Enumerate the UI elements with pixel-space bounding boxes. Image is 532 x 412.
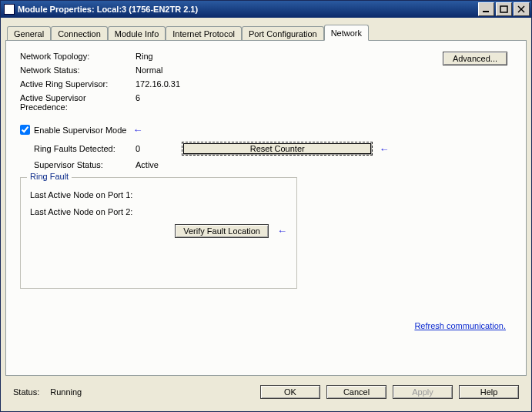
tab-strip: General Connection Module Info Internet … [7, 24, 527, 40]
label-last-node-port1: Last Active Node on Port 1: [30, 190, 287, 199]
reset-counter-button[interactable]: Reset Counter [182, 142, 373, 156]
label-supervisor-status: Supervisor Status: [34, 160, 136, 169]
window-title: Module Properties: Local:3 (1756-EN2TR 2… [18, 5, 477, 14]
label-active-supervisor-precedence: Active Supervisor Precedence: [20, 93, 136, 112]
label-ring-faults-detected: Ring Faults Detected: [34, 144, 136, 153]
arrow-icon: ← [277, 225, 287, 236]
apply-button[interactable]: Apply [393, 385, 453, 399]
arrow-icon: ← [132, 124, 142, 136]
network-summary-grid: Network Topology: Ring Network Status: N… [20, 52, 512, 112]
minimize-button[interactable] [478, 2, 494, 16]
ok-button[interactable]: OK [260, 385, 320, 399]
ring-fault-legend: Ring Fault [27, 172, 72, 181]
arrow-icon: ← [379, 143, 512, 155]
enable-supervisor-checkbox[interactable] [20, 125, 30, 135]
label-last-node-port2: Last Active Node on Port 2: [30, 207, 287, 216]
tab-module-info[interactable]: Module Info [108, 26, 166, 41]
titlebar: Module Properties: Local:3 (1756-EN2TR 2… [1, 1, 531, 18]
module-properties-window: Module Properties: Local:3 (1756-EN2TR 2… [0, 0, 532, 412]
enable-supervisor-row: Enable Supervisor Mode ← [20, 124, 512, 136]
svg-rect-1 [500, 6, 507, 12]
status-label: Status: [13, 387, 39, 397]
tab-internet-protocol[interactable]: Internet Protocol [166, 26, 242, 41]
label-active-ring-supervisor: Active Ring Supervisor: [20, 79, 136, 89]
ring-fault-group: Ring Fault Last Active Node on Port 1: L… [20, 177, 297, 289]
label-network-topology: Network Topology: [20, 52, 136, 61]
supervisor-subgrid: Ring Faults Detected: 0 Reset Counter ← … [34, 142, 512, 169]
help-button[interactable]: Help [459, 385, 519, 399]
cancel-button[interactable]: Cancel [326, 385, 386, 399]
tab-panel-network: Advanced... Network Topology: Ring Netwo… [5, 40, 527, 376]
value-supervisor-status: Active [136, 160, 182, 169]
tab-port-configuration[interactable]: Port Configuration [242, 26, 324, 41]
tab-general[interactable]: General [7, 26, 51, 41]
maximize-button[interactable] [496, 2, 512, 16]
refresh-communication-link[interactable]: Refresh communication. [414, 321, 506, 330]
value-network-status: Normal [136, 65, 259, 75]
value-active-supervisor-precedence: 6 [136, 93, 259, 102]
bottom-bar: Status: Running OK Cancel Apply Help [5, 376, 527, 408]
value-network-topology: Ring [136, 52, 259, 61]
status-value: Running [50, 387, 82, 397]
value-active-ring-supervisor: 172.16.0.31 [136, 79, 259, 89]
enable-supervisor-label: Enable Supervisor Mode [34, 126, 126, 135]
tab-connection[interactable]: Connection [51, 26, 108, 41]
close-button[interactable] [514, 2, 530, 16]
refresh-communication-area: Refresh communication. [414, 321, 506, 330]
app-icon [4, 4, 15, 15]
advanced-button[interactable]: Advanced... [443, 52, 507, 65]
tab-network[interactable]: Network [324, 25, 369, 41]
verify-fault-location-button[interactable]: Verify Fault Location [175, 224, 269, 238]
value-ring-faults-detected: 0 [136, 144, 182, 153]
label-network-status: Network Status: [20, 65, 136, 75]
client-area: General Connection Module Info Internet … [1, 18, 531, 411]
